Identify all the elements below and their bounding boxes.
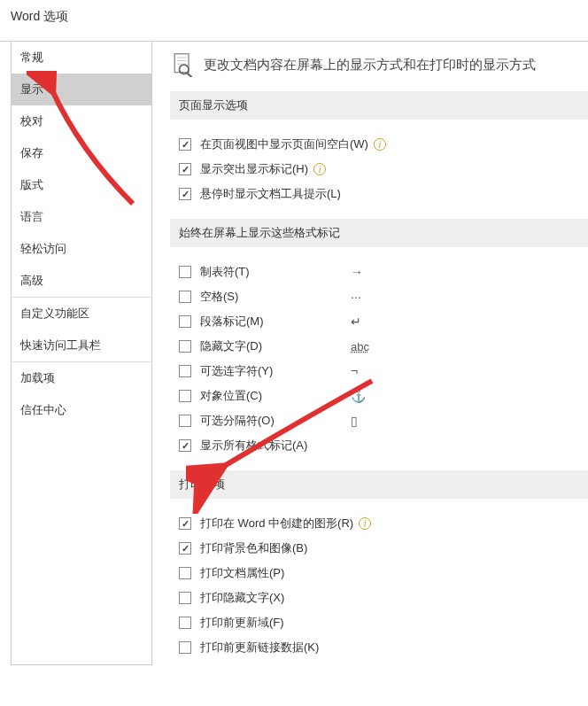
option-row: 制表符(T)→: [170, 260, 588, 284]
option-label: 段落标记(M): [200, 314, 264, 328]
format-symbol-icon: →: [351, 265, 363, 279]
option-label: 显示突出显示标记(H): [200, 161, 308, 177]
info-icon: [313, 163, 326, 175]
checkbox[interactable]: [179, 592, 191, 604]
checkbox[interactable]: [179, 365, 191, 377]
option-label: 打印前更新链接数据(K): [200, 640, 319, 656]
checkbox[interactable]: [179, 340, 191, 353]
option-label: 打印在 Word 中创建的图形(R): [200, 516, 353, 531]
svg-line-5: [187, 74, 191, 77]
sidebar-item[interactable]: 轻松访问: [12, 233, 151, 265]
checkbox[interactable]: [179, 291, 191, 303]
section-header-page-display: 页面显示选项: [170, 91, 588, 120]
option-row: 显示所有格式标记(A): [170, 433, 588, 458]
info-icon: [374, 138, 386, 151]
checkbox[interactable]: [179, 517, 191, 530]
sidebar-item[interactable]: 自定义功能区: [12, 298, 151, 330]
option-row: 打印隐藏文字(X): [170, 586, 588, 610]
option-label: 打印前更新域(F): [200, 615, 284, 631]
checkbox[interactable]: [179, 138, 191, 151]
checkbox[interactable]: [179, 641, 191, 654]
sidebar-item[interactable]: 加载项: [12, 362, 151, 394]
checkbox[interactable]: [179, 439, 191, 452]
checkbox[interactable]: [179, 266, 191, 278]
main-panel: 更改文档内容在屏幕上的显示方式和在打印时的显示方式 页面显示选项 在页面视图中显…: [152, 42, 588, 665]
format-symbol-icon: ⚓: [351, 389, 366, 403]
section-header-format-marks: 始终在屏幕上显示这些格式标记: [170, 219, 588, 247]
option-row: 对象位置(C)⚓: [170, 384, 588, 408]
sidebar-item[interactable]: 信任中心: [12, 394, 151, 426]
page-title: 更改文档内容在屏幕上的显示方式和在打印时的显示方式: [204, 57, 536, 74]
checkbox[interactable]: [179, 163, 191, 175]
option-row: 可选分隔符(O)▯: [170, 408, 588, 433]
option-row: 打印文档属性(P): [170, 561, 588, 586]
option-row: 隐藏文字(D)abc: [170, 334, 588, 359]
sidebar-item[interactable]: 常规: [12, 42, 151, 74]
sidebar-item[interactable]: 高级: [12, 265, 151, 297]
option-label: 隐藏文字(D): [200, 339, 262, 353]
option-row: 空格(S)···: [170, 284, 588, 309]
option-row: 打印前更新域(F): [170, 610, 588, 635]
option-label: 打印背景色和图像(B): [200, 540, 307, 556]
sidebar: 常规显示校对保存版式语言轻松访问高级 自定义功能区快速访问工具栏 加载项信任中心: [11, 42, 152, 665]
checkbox[interactable]: [179, 567, 191, 579]
svg-rect-0: [174, 54, 189, 73]
sidebar-item[interactable]: 校对: [12, 105, 151, 137]
option-row: 在页面视图中显示页面间空白(W): [170, 132, 588, 157]
option-label: 打印文档属性(P): [200, 565, 284, 581]
option-label: 制表符(T): [200, 265, 250, 278]
option-label: 可选连字符(Y): [200, 364, 273, 377]
checkbox[interactable]: [179, 415, 191, 427]
format-symbol-icon: ↵: [351, 314, 361, 329]
option-row: 悬停时显示文档工具提示(L): [170, 182, 588, 206]
option-label: 悬停时显示文档工具提示(L): [200, 186, 341, 202]
format-symbol-icon: abc: [351, 340, 369, 353]
option-row: 显示突出显示标记(H): [170, 157, 588, 182]
format-symbol-icon: ¬: [351, 364, 358, 378]
document-search-icon: [170, 52, 195, 77]
sidebar-item[interactable]: 语言: [12, 201, 151, 233]
sidebar-item[interactable]: 快速访问工具栏: [12, 330, 151, 361]
checkbox[interactable]: [179, 542, 191, 555]
option-row: 可选连字符(Y)¬: [170, 359, 588, 384]
sidebar-item[interactable]: 版式: [12, 169, 151, 201]
info-icon: [359, 517, 371, 530]
option-label: 空格(S): [200, 290, 238, 303]
option-row: 打印前更新链接数据(K): [170, 635, 588, 660]
option-row: 段落标记(M)↵: [170, 309, 588, 334]
section-header-print: 打印选项: [170, 470, 588, 499]
window-title: Word 选项: [0, 0, 588, 41]
option-label: 在页面视图中显示页面间空白(W): [200, 136, 368, 152]
format-symbol-icon: ▯: [351, 414, 358, 428]
option-label: 可选分隔符(O): [200, 414, 275, 427]
option-label: 打印隐藏文字(X): [200, 590, 284, 606]
option-label: 显示所有格式标记(A): [200, 438, 307, 452]
sidebar-item[interactable]: 显示: [12, 74, 151, 105]
option-row: 打印在 Word 中创建的图形(R): [170, 511, 588, 536]
checkbox[interactable]: [179, 188, 191, 200]
format-symbol-icon: ···: [351, 290, 361, 304]
checkbox[interactable]: [179, 617, 191, 629]
checkbox[interactable]: [179, 315, 191, 328]
checkbox[interactable]: [179, 390, 191, 402]
sidebar-item[interactable]: 保存: [12, 137, 151, 169]
option-row: 打印背景色和图像(B): [170, 536, 588, 561]
option-label: 对象位置(C): [200, 389, 262, 402]
